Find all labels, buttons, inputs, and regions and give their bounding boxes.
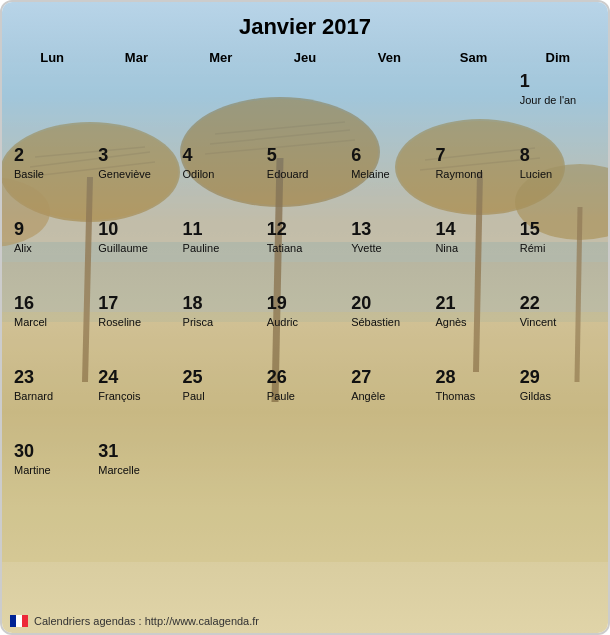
day-number: 27 xyxy=(351,367,427,388)
day-number: 20 xyxy=(351,293,427,314)
day-number: 23 xyxy=(14,367,90,388)
header-dim: Dim xyxy=(516,48,600,67)
day-cell xyxy=(179,437,263,509)
day-saint-name: Nina xyxy=(435,242,511,254)
day-cell: 31Marcelle xyxy=(94,437,178,509)
day-cell: 19Audric xyxy=(263,289,347,361)
calendar-title: Janvier 2017 xyxy=(2,2,608,48)
day-cell: 11Pauline xyxy=(179,215,263,287)
day-saint-name: Gildas xyxy=(520,390,596,402)
day-number: 30 xyxy=(14,441,90,462)
day-number: 28 xyxy=(435,367,511,388)
day-saint-name: Roseline xyxy=(98,316,174,328)
day-cell: 21Agnès xyxy=(431,289,515,361)
day-cell: 17Roseline xyxy=(94,289,178,361)
day-cell: 1Jour de l'an xyxy=(516,67,600,139)
day-cell: 16Marcel xyxy=(10,289,94,361)
day-cell: 9Alix xyxy=(10,215,94,287)
day-cell xyxy=(263,67,347,139)
day-saint-name: Raymond xyxy=(435,168,511,180)
day-saint-name: Martine xyxy=(14,464,90,476)
day-cell xyxy=(431,67,515,139)
day-cell: 10Guillaume xyxy=(94,215,178,287)
day-cell xyxy=(516,437,600,509)
day-number: 12 xyxy=(267,219,343,240)
day-saint-name: Sébastien xyxy=(351,316,427,328)
day-number: 25 xyxy=(183,367,259,388)
day-cell: 26Paule xyxy=(263,363,347,435)
svg-rect-24 xyxy=(10,615,16,627)
day-number: 21 xyxy=(435,293,511,314)
day-cell: 28Thomas xyxy=(431,363,515,435)
day-saint-name: Paul xyxy=(183,390,259,402)
day-saint-name: Guillaume xyxy=(98,242,174,254)
calendar-overlay: Janvier 2017 Lun Mar Mer Jeu Ven Sam Dim… xyxy=(2,2,608,633)
day-number: 24 xyxy=(98,367,174,388)
day-number: 19 xyxy=(267,293,343,314)
day-saint-name: Audric xyxy=(267,316,343,328)
day-saint-name: Angèle xyxy=(351,390,427,402)
header-mer: Mer xyxy=(179,48,263,67)
day-cell xyxy=(347,67,431,139)
day-cell: 18Prisca xyxy=(179,289,263,361)
day-number: 31 xyxy=(98,441,174,462)
day-saint-name: Prisca xyxy=(183,316,259,328)
day-number: 6 xyxy=(351,145,427,166)
day-number: 8 xyxy=(520,145,596,166)
day-saint-name: Basile xyxy=(14,168,90,180)
header-mar: Mar xyxy=(94,48,178,67)
day-number: 7 xyxy=(435,145,511,166)
day-number: 17 xyxy=(98,293,174,314)
day-saint-name: Melaine xyxy=(351,168,427,180)
day-saint-name: Thomas xyxy=(435,390,511,402)
day-saint-name: Marcelle xyxy=(98,464,174,476)
day-cell: 4Odilon xyxy=(179,141,263,213)
day-cell xyxy=(94,67,178,139)
day-cell: 6Melaine xyxy=(347,141,431,213)
footer-text: Calendriers agendas : http://www.calagen… xyxy=(34,615,259,627)
day-number: 9 xyxy=(14,219,90,240)
day-saint-name: Paule xyxy=(267,390,343,402)
day-cell: 5Edouard xyxy=(263,141,347,213)
day-number: 13 xyxy=(351,219,427,240)
day-cell: 22Vincent xyxy=(516,289,600,361)
day-cell: 25Paul xyxy=(179,363,263,435)
day-cell: 3Geneviève xyxy=(94,141,178,213)
day-number: 3 xyxy=(98,145,174,166)
day-cell xyxy=(347,437,431,509)
day-cell: 14Nina xyxy=(431,215,515,287)
day-saint-name: Vincent xyxy=(520,316,596,328)
day-cell xyxy=(179,67,263,139)
svg-rect-26 xyxy=(22,615,28,627)
day-saint-name: Rémi xyxy=(520,242,596,254)
day-cell: 13Yvette xyxy=(347,215,431,287)
day-number: 14 xyxy=(435,219,511,240)
day-cell: 27Angèle xyxy=(347,363,431,435)
day-cell: 8Lucien xyxy=(516,141,600,213)
day-cell: 20Sébastien xyxy=(347,289,431,361)
day-number: 5 xyxy=(267,145,343,166)
day-saint-name: Alix xyxy=(14,242,90,254)
footer: Calendriers agendas : http://www.calagen… xyxy=(10,615,259,627)
day-cell: 30Martine xyxy=(10,437,94,509)
day-number: 2 xyxy=(14,145,90,166)
day-cell xyxy=(263,437,347,509)
day-cell: 12Tatiana xyxy=(263,215,347,287)
day-number: 29 xyxy=(520,367,596,388)
day-cell: 29Gildas xyxy=(516,363,600,435)
day-cell xyxy=(431,437,515,509)
flag-icon xyxy=(10,615,28,627)
day-saint-name: Jour de l'an xyxy=(520,94,596,106)
day-saint-name: Pauline xyxy=(183,242,259,254)
day-number: 15 xyxy=(520,219,596,240)
day-number: 1 xyxy=(520,71,596,92)
day-saint-name: François xyxy=(98,390,174,402)
day-number: 10 xyxy=(98,219,174,240)
day-saint-name: Edouard xyxy=(267,168,343,180)
header-sam: Sam xyxy=(431,48,515,67)
day-cell xyxy=(10,67,94,139)
day-saint-name: Odilon xyxy=(183,168,259,180)
day-number: 11 xyxy=(183,219,259,240)
day-saint-name: Yvette xyxy=(351,242,427,254)
header-ven: Ven xyxy=(347,48,431,67)
